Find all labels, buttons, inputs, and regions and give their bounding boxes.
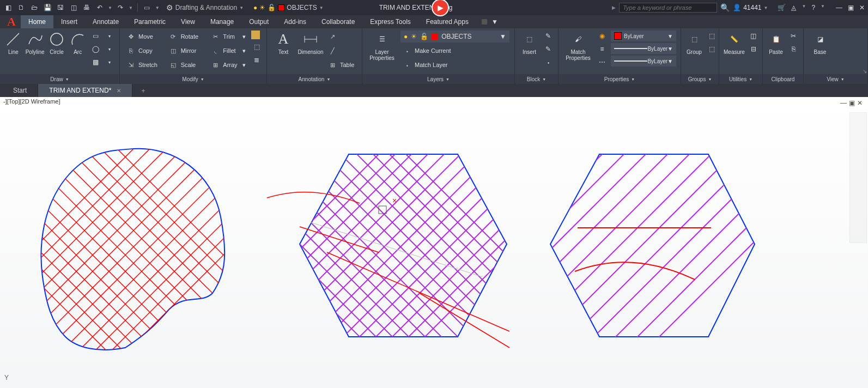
lineweight-bylayer-dropdown[interactable]: ByLayer▼ [611, 43, 676, 54]
circle-tool[interactable]: Circle [48, 31, 66, 55]
panel-button-icon[interactable] [482, 19, 487, 25]
multileader-tool[interactable]: ╱ [326, 45, 356, 57]
block-attr-icon[interactable]: ⬩ [543, 57, 554, 68]
drawing-object-3[interactable] [529, 146, 774, 364]
qat-open-icon[interactable]: 🗁 [29, 3, 39, 13]
qat-layer-state[interactable]: ● ☀ 🔓 OBJECTS ▼ [250, 4, 327, 11]
tab-output[interactable]: Output [241, 15, 276, 28]
offset-tool-icon[interactable]: ≣ [251, 54, 262, 65]
match-layer-tool[interactable]: ⬩Match Layer [400, 59, 509, 71]
new-tab-button[interactable]: ＋ [132, 84, 154, 97]
trim-tool[interactable]: ✂Trim▾ [209, 31, 248, 43]
explode-tool-icon[interactable]: ⬚ [251, 41, 262, 52]
group-tool[interactable]: ⬚ Group [685, 31, 703, 55]
draw-panel-title[interactable]: Draw▼ [0, 74, 119, 84]
qat-layout-dropdown[interactable]: ▼ [155, 5, 160, 10]
annotation-panel-title[interactable]: Annotation▼ [267, 74, 362, 84]
create-block-icon[interactable]: ✎ [543, 31, 554, 41]
copy-clip-icon[interactable]: ⎘ [788, 44, 799, 54]
user-account[interactable]: 👤 41441 ▼ [733, 4, 768, 11]
paste-tool[interactable]: 📋 Paste [767, 31, 785, 55]
viewport-restore-icon[interactable]: ▣ [849, 99, 855, 107]
dimension-tool[interactable]: Dimension [299, 31, 323, 55]
clipboard-panel-title[interactable]: Clipboard [763, 74, 803, 84]
tab-insert[interactable]: Insert [53, 15, 85, 28]
drawing-object-2[interactable]: × [256, 146, 529, 364]
scale-tool[interactable]: ◱Scale [167, 59, 206, 71]
properties-panel-title[interactable]: Properties▼ [559, 74, 681, 84]
edit-block-icon[interactable]: ✎ [543, 44, 554, 54]
linetype-bylayer-dropdown[interactable]: ByLayer▼ [611, 56, 676, 66]
rectangle-tool-icon[interactable]: ▭ [90, 31, 101, 41]
make-current-tool[interactable]: ⬩Make Current [400, 45, 509, 57]
tab-featured-apps[interactable]: Featured Apps [418, 15, 476, 28]
stretch-tool[interactable]: ⇲Stretch [124, 59, 163, 71]
qat-undo-dropdown[interactable]: ▼ [108, 5, 112, 10]
document-tab[interactable]: TRIM AND EXTEND* ✕ [38, 84, 132, 97]
layers-panel-title[interactable]: Layers▼ [362, 74, 514, 84]
workspace-switcher[interactable]: ⚙ Drafting & Annotation ▼ [163, 3, 247, 12]
panel-dropdown-icon[interactable]: ▼ [491, 18, 498, 26]
erase-tool-icon[interactable] [251, 31, 260, 39]
search-icon[interactable]: 🔍 [720, 3, 730, 12]
lineweight-icon[interactable]: ≡ [597, 44, 608, 54]
qat-plot-icon[interactable]: 🖶 [82, 3, 92, 13]
layer-dropdown[interactable]: ● ☀ 🔓 OBJECTS ▼ [400, 31, 509, 43]
tab-view[interactable]: View [173, 15, 203, 28]
utilities-panel-title[interactable]: Utilities▼ [719, 74, 762, 84]
tab-parametric[interactable]: Parametric [126, 15, 173, 28]
qat-redo-dropdown[interactable]: ▼ [129, 5, 133, 10]
autodesk-icon[interactable]: ◬ [791, 4, 796, 11]
app-logo-a[interactable]: A [2, 15, 21, 28]
help-dropdown-icon[interactable]: ▼ [821, 4, 825, 11]
qat-new-icon[interactable]: 🗋 [16, 3, 26, 13]
view-panel-title[interactable]: View▼ [804, 74, 867, 84]
qat-saveas-icon[interactable]: 🖫 [56, 3, 65, 13]
qat-undo-icon[interactable]: ↶ [95, 3, 105, 13]
help-search-input[interactable] [619, 3, 717, 13]
tab-collaborate[interactable]: Collaborate [314, 15, 362, 28]
rotate-tool[interactable]: ⟳Rotate [167, 31, 206, 43]
ungroup-icon[interactable]: ⬚ [706, 31, 717, 41]
select-all-icon[interactable]: ◫ [748, 31, 759, 41]
tab-manage[interactable]: Manage [203, 15, 241, 28]
color-wheel-icon[interactable]: ◉ [597, 31, 608, 41]
leader-tool[interactable]: ↗ [326, 31, 356, 43]
minimize-icon[interactable]: — [836, 4, 842, 11]
ellipse-tool-icon[interactable]: ◯ [90, 44, 101, 54]
app-menu-icon[interactable]: ◧ [3, 3, 13, 13]
groups-panel-title[interactable]: Groups▼ [681, 74, 719, 84]
viewport-minimize-icon[interactable]: — [840, 99, 847, 107]
color-bylayer-dropdown[interactable]: ByLayer▼ [611, 31, 676, 41]
polyline-tool[interactable]: Polyline [26, 31, 45, 55]
start-tab[interactable]: Start [2, 84, 38, 97]
linetype-icon[interactable]: ⋯ [597, 57, 608, 68]
viewport-close-icon[interactable]: ✕ [857, 99, 863, 107]
rectangle-dropdown-icon[interactable]: ▾ [104, 31, 115, 41]
copy-tool[interactable]: ⎘Copy [124, 45, 163, 57]
mirror-tool[interactable]: ◫Mirror [167, 45, 206, 57]
restore-icon[interactable]: ▣ [848, 4, 854, 11]
properties-launcher-icon[interactable]: ↘ [863, 68, 867, 74]
modify-panel-title[interactable]: Modify▼ [120, 74, 266, 84]
help-search[interactable] [619, 3, 717, 13]
help-icon[interactable]: ? [811, 4, 815, 11]
qat-redo-icon[interactable]: ↷ [116, 3, 125, 13]
close-icon[interactable]: ✕ [859, 4, 865, 11]
close-tab-icon[interactable]: ✕ [117, 88, 121, 94]
viewport-label[interactable]: -][Top][2D Wireframe] [0, 97, 868, 106]
hatch-dropdown-icon[interactable]: ▾ [104, 57, 115, 68]
base-view-tool[interactable]: ◪ Base [808, 31, 832, 55]
quick-calc-icon[interactable]: ⊟ [748, 44, 759, 54]
move-tool[interactable]: ✥Move [124, 31, 163, 43]
tab-addins[interactable]: Add-ins [276, 15, 314, 28]
insert-block-tool[interactable]: ⬚ Insert [519, 31, 539, 55]
table-tool[interactable]: ⊞Table [326, 59, 356, 71]
fillet-tool[interactable]: ◟Fillet▾ [209, 45, 248, 57]
autodesk-dropdown-icon[interactable]: ▼ [802, 4, 806, 11]
ellipse-dropdown-icon[interactable]: ▾ [104, 44, 115, 54]
group-edit-icon[interactable]: ⬚ [706, 44, 717, 54]
tab-annotate[interactable]: Annotate [85, 15, 126, 28]
qat-web-icon[interactable]: ◫ [69, 3, 78, 13]
qat-layout-icon[interactable]: ▭ [142, 3, 152, 13]
